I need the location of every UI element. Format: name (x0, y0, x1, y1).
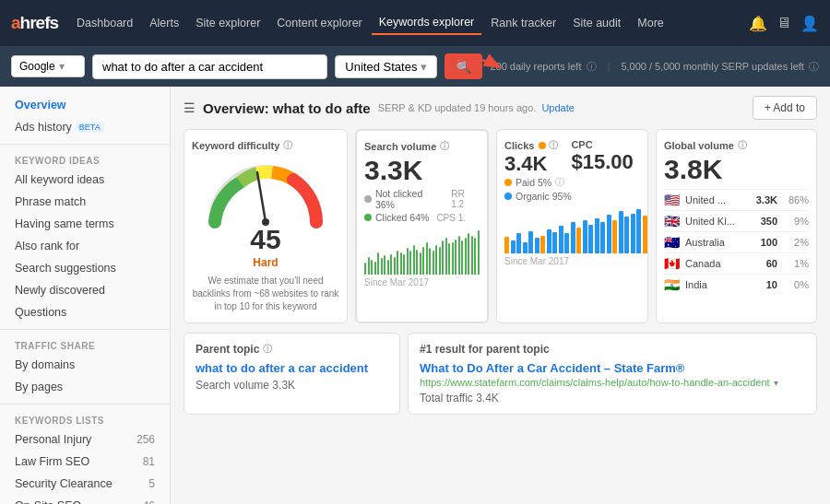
result-page-title[interactable]: What to Do After a Car Accident – State … (420, 361, 805, 375)
security-clearance-count: 5 (148, 477, 155, 490)
user-icon[interactable]: 👤 (800, 15, 819, 32)
sidebar-item-law-firm-seo[interactable]: Law Firm SEO81 (0, 451, 170, 473)
organic-pct: Organic 95% (504, 191, 640, 202)
engine-chevron-icon: ▾ (59, 60, 65, 73)
country-name: United Ki... (685, 216, 744, 227)
clicks-info-icon[interactable]: ⓘ (549, 139, 558, 152)
clicks-bar (624, 217, 629, 253)
sv-bar (390, 254, 392, 275)
beta-badge: BETA (76, 122, 104, 133)
nav-item-rank-tracker[interactable]: Rank tracker (483, 12, 563, 34)
sidebar-item-phrase-match[interactable]: Phrase match (0, 191, 170, 213)
parent-topic-sv: Search volume 3.3K (196, 379, 388, 392)
country-vol: 60 (750, 258, 777, 269)
global-title: Global volume ⓘ (664, 139, 809, 152)
sidebar-item-all-keyword-ideas[interactable]: All keyword ideas (0, 169, 170, 191)
sv-bar (384, 255, 385, 275)
cpc-value: $15.00 (571, 150, 633, 174)
sidebar-item-also-rank-for[interactable]: Also rank for (0, 235, 170, 257)
clicks-bar (643, 216, 647, 253)
clicks-since: Since Mar 2017 (504, 256, 640, 266)
sidebar-item-newly-discovered[interactable]: Newly discovered (0, 279, 170, 301)
country-select[interactable]: United States ▾ (335, 55, 437, 78)
clicks-bar (576, 228, 581, 253)
sv-bar (400, 252, 402, 275)
notification-icon[interactable]: 🔔 (749, 15, 767, 32)
country-pct: 1% (783, 258, 809, 269)
parent-topic-info-icon[interactable]: ⓘ (263, 343, 272, 356)
nav-item-site-explorer[interactable]: Site explorer (188, 12, 267, 34)
country-name: India (685, 279, 744, 290)
sidebar-item-having-same-terms[interactable]: Having same terms (0, 213, 170, 235)
clicks-bar (631, 214, 635, 253)
kd-card: Keyword difficulty ⓘ (184, 129, 348, 323)
info-icon-updates[interactable]: ⓘ (809, 61, 819, 72)
sidebar-item-search-suggestions[interactable]: Search suggestions (0, 257, 170, 279)
country-pct: 9% (783, 216, 809, 227)
hamburger-icon[interactable]: ☰ (184, 100, 196, 115)
paid-info-icon[interactable]: ⓘ (555, 176, 564, 189)
sv-bar (455, 240, 456, 275)
add-to-button[interactable]: + Add to (753, 96, 817, 120)
engine-select[interactable]: Google ▾ (11, 55, 85, 77)
sv-bar (429, 248, 431, 275)
sidebar-item-ads-history[interactable]: Ads history BETA (0, 116, 170, 138)
country-vol: 10 (750, 279, 777, 290)
sv-card-title: Search volume ⓘ (364, 140, 480, 153)
sv-bar (435, 245, 437, 275)
parent-topic-link[interactable]: what to do after a car accident (196, 361, 388, 375)
kd-info-icon[interactable]: ⓘ (283, 139, 292, 152)
stats-divider: | (608, 61, 611, 72)
search-input[interactable] (92, 54, 327, 79)
country-pct: 86% (783, 194, 809, 205)
global-info-icon[interactable]: ⓘ (738, 139, 747, 152)
result-url[interactable]: https://www.statefarm.com/claims/claims-… (420, 377, 805, 388)
clicks-bar (552, 232, 557, 253)
sv-bar (397, 251, 398, 275)
nav-item-keywords-explorer[interactable]: Keywords explorer (372, 11, 482, 35)
sv-chart (364, 229, 480, 275)
sidebar-item-personal-injury[interactable]: Personal Injury256 (0, 428, 170, 451)
sidebar-item-on-site-seo[interactable]: On-Site SEO46 (0, 495, 170, 504)
sidebar: Overview Ads history BETA Keyword Ideas … (0, 87, 171, 504)
sidebar-divider-1 (0, 144, 170, 145)
personal-injury-count: 256 (136, 433, 155, 446)
main-layout: Overview Ads history BETA Keyword Ideas … (0, 87, 830, 504)
search-button[interactable]: 🔍 (445, 53, 482, 79)
nav-item-more[interactable]: More (630, 12, 670, 34)
country-vol: 350 (750, 216, 777, 227)
clicks-bar (588, 225, 593, 253)
clicks-bar (516, 233, 521, 253)
clicks-bar (636, 209, 641, 253)
on-site-seo-count: 46 (143, 499, 155, 504)
monitor-icon[interactable]: 🖥 (777, 15, 791, 31)
sidebar-item-security-clearance[interactable]: Security Clearance5 (0, 473, 170, 495)
kd-note: We estimate that you'll need backlinks f… (192, 275, 339, 313)
sv-bar (478, 230, 480, 275)
global-card: Global volume ⓘ 3.8K 🇺🇸 United ... 3.3K … (656, 129, 817, 323)
info-icon-reports[interactable]: ⓘ (587, 61, 597, 72)
sv-bar (409, 251, 411, 275)
nav-item-alerts[interactable]: Alerts (142, 12, 186, 34)
sv-bar (364, 263, 366, 275)
svg-line-0 (257, 172, 266, 222)
update-link[interactable]: Update (541, 102, 574, 113)
clicks-bar (528, 231, 533, 253)
nav-item-content-explorer[interactable]: Content explorer (269, 12, 369, 34)
clicks-bar (559, 226, 563, 253)
nav-item-dashboard[interactable]: Dashboard (69, 12, 140, 34)
sidebar-item-overview[interactable]: Overview (0, 94, 170, 116)
cpc-title: CPC (571, 139, 633, 150)
sv-bar (448, 243, 450, 275)
sidebar-item-by-domains[interactable]: By domains (0, 354, 170, 376)
sv-bar (474, 238, 476, 275)
country-flag: 🇨🇦 (664, 256, 680, 271)
sv-bar (439, 247, 441, 275)
nav-item-site-audit[interactable]: Site audit (565, 12, 628, 34)
sv-info-icon[interactable]: ⓘ (440, 140, 449, 153)
sidebar-item-questions[interactable]: Questions (0, 301, 170, 323)
clicks-bar (504, 237, 509, 253)
sidebar-item-by-pages[interactable]: By pages (0, 376, 170, 398)
clicks-bar (540, 236, 545, 253)
logo: ahrefs (11, 13, 58, 33)
